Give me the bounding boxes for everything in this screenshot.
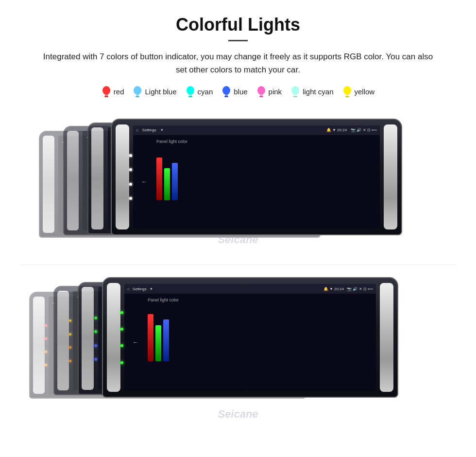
car-section-top: ← ← ← (19, 112, 457, 256)
svg-point-6 (187, 86, 194, 95)
svg-rect-16 (294, 94, 297, 96)
color-item-cyan: cyan (186, 85, 213, 98)
color-item-lightcyan: light cyan (290, 85, 333, 98)
bulb-icon-yellow (342, 85, 352, 98)
panel-label-bottom: Panel light color (148, 298, 372, 302)
color-label-pink: pink (269, 88, 282, 96)
bulb-icon-pink (256, 85, 266, 98)
watermark-bottom: Seicane (218, 408, 258, 421)
svg-point-15 (291, 86, 299, 95)
svg-point-18 (343, 86, 351, 95)
svg-rect-19 (346, 94, 349, 96)
watermark-top: Seicane (218, 233, 258, 246)
svg-point-3 (134, 86, 141, 95)
page-container: Colorful Lights Integrated with 7 colors… (0, 0, 476, 441)
car-stack-bottom: ← ← (29, 277, 447, 418)
svg-rect-1 (105, 94, 108, 96)
svg-point-12 (257, 86, 265, 95)
page-title: Colorful Lights (19, 15, 457, 35)
bulb-icon-cyan (186, 85, 195, 98)
color-indicators: red Light blue cyan (19, 85, 457, 98)
svg-rect-10 (225, 94, 228, 96)
svg-rect-13 (260, 94, 263, 96)
bulb-icon-red (102, 85, 111, 98)
description: Integrated with 7 colors of button indic… (39, 50, 437, 76)
svg-rect-14 (259, 96, 263, 97)
section-divider (19, 264, 457, 265)
bulb-icon-blue (221, 85, 231, 98)
car-section-bottom: ← ← (19, 272, 457, 423)
svg-rect-11 (224, 96, 228, 97)
car-stack-top: ← ← ← (39, 119, 437, 250)
svg-rect-17 (293, 96, 297, 97)
svg-rect-4 (136, 94, 139, 96)
color-label-lightcyan: light cyan (303, 88, 333, 96)
color-item-blue: blue (221, 85, 247, 98)
color-item-pink: pink (256, 85, 282, 98)
svg-rect-5 (136, 96, 139, 97)
bulb-icon-lightblue (133, 85, 142, 98)
color-label-yellow: yellow (355, 88, 375, 96)
car-main-bottom: ⌂ Settings ✦ 🔔 ▼ 20:24 📷 🔊 ✕ ⊡ ⟵ ← (102, 277, 398, 398)
color-label-red: red (114, 88, 124, 96)
car-main-top: ⌂ Settings ✦ 🔔 ▼ 20:24 📷 🔊 ✕ ⊡ ⟵ ← (111, 119, 402, 235)
svg-rect-8 (188, 96, 192, 97)
svg-point-0 (102, 86, 110, 95)
color-item-lightblue: Light blue (133, 85, 176, 98)
title-divider (228, 40, 248, 41)
color-label-lightblue: Light blue (145, 88, 176, 96)
svg-rect-2 (104, 96, 108, 97)
panel-label: Panel light color (156, 139, 376, 144)
bulb-icon-lightcyan (290, 85, 300, 98)
color-item-red: red (102, 85, 124, 98)
svg-rect-7 (189, 94, 192, 96)
color-label-cyan: cyan (198, 88, 213, 96)
svg-rect-20 (345, 96, 349, 97)
color-item-yellow: yellow (342, 85, 375, 98)
svg-point-9 (222, 86, 230, 95)
color-label-blue: blue (234, 88, 247, 96)
